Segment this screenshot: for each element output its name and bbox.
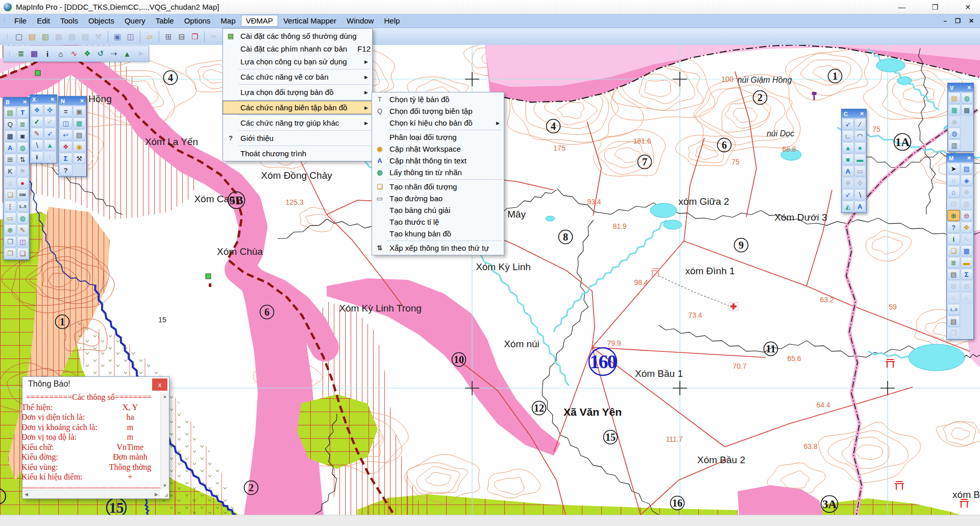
menubar-item-window[interactable]: Window bbox=[341, 15, 379, 27]
palette-title-bar[interactable]: X✕ bbox=[30, 95, 57, 104]
menu-item[interactable]: Lựa chọn đối tượng bản đồ▶ bbox=[223, 86, 372, 99]
minimize-icon[interactable]: — bbox=[898, 3, 905, 11]
select-marquee-icon[interactable]: ▧ bbox=[961, 163, 973, 174]
scroll-up-icon[interactable]: ▲ bbox=[163, 394, 167, 399]
pan-hand-icon[interactable]: ✥ bbox=[961, 222, 973, 233]
export-pdf-icon[interactable]: ❒ bbox=[189, 31, 201, 43]
globe-link-icon[interactable]: ◍ bbox=[948, 128, 961, 139]
chart-stats-icon[interactable]: ▦ bbox=[73, 117, 86, 129]
add-node-gray-icon[interactable]: ✜ bbox=[854, 177, 866, 188]
select-boundary-icon[interactable]: ◈ bbox=[961, 175, 973, 186]
draw-line-icon[interactable]: ∕ bbox=[854, 118, 866, 130]
palette-title-bar[interactable]: N✕ bbox=[59, 97, 86, 105]
menubar-item-query[interactable]: Query bbox=[119, 15, 151, 27]
menu-item[interactable]: ◉Cập nhật Workspace bbox=[372, 143, 504, 155]
save-disk-icon[interactable]: ◫ bbox=[17, 236, 29, 247]
menu-item[interactable]: ⇅Xắp xếp thông tin theo thứ tự bbox=[372, 242, 504, 254]
line-pick-icon[interactable]: ∖ bbox=[31, 139, 43, 151]
text-tool-icon[interactable]: T bbox=[17, 107, 29, 118]
menubar-item-vertical-mapper[interactable]: Vertical Mapper bbox=[278, 15, 341, 27]
clipboard-capture-icon[interactable]: ❐ bbox=[4, 236, 16, 247]
menu-item[interactable]: ?Giới thiệu bbox=[223, 132, 372, 145]
statistics-sigma-icon[interactable]: Σ bbox=[961, 269, 973, 280]
scale-tool-icon[interactable]: 1‥5 bbox=[17, 201, 29, 212]
menu-item[interactable]: ◍Lấy thông tin từ nhãn bbox=[372, 166, 504, 178]
snapshot-camera-icon[interactable]: ▣ bbox=[73, 106, 86, 117]
select-ungroup-icon[interactable]: ⊡ bbox=[947, 198, 960, 209]
vm-layers-icon[interactable]: ≣ bbox=[15, 47, 27, 60]
tile-windows-icon[interactable]: ◫ bbox=[59, 117, 72, 129]
key-tool-icon[interactable]: K bbox=[4, 165, 16, 177]
menubar-item-tools[interactable]: Tools bbox=[55, 15, 83, 27]
menu-item[interactable]: Lựa chọn công cụ bạn sử dụng▶ bbox=[223, 55, 372, 68]
draw-text-icon[interactable]: A bbox=[842, 165, 854, 177]
draw-frame-icon[interactable]: ▭ bbox=[854, 165, 866, 177]
draw-rectangle-icon[interactable]: ■ bbox=[842, 154, 854, 165]
select-arrow-icon[interactable]: ➤ bbox=[947, 163, 960, 174]
vm-grid-manager-icon[interactable]: ▦ bbox=[28, 47, 40, 60]
confirm-bold-icon[interactable]: ✓ bbox=[31, 116, 43, 127]
draw-polyline-icon[interactable]: ∟ bbox=[842, 130, 854, 141]
close-icon[interactable]: ✕ bbox=[967, 155, 971, 161]
layout-list-icon[interactable]: ▤ bbox=[947, 316, 960, 327]
open-map-folder-icon[interactable]: ▤ bbox=[948, 92, 961, 104]
pick-tools-icon[interactable]: ⚒ bbox=[73, 153, 86, 164]
menubar-item-options[interactable]: Options bbox=[179, 15, 216, 27]
menu-item[interactable]: ▭Tạo đường bao bbox=[372, 193, 504, 204]
menu-item[interactable]: Các chức năng biên tập bản đồ▶ bbox=[223, 101, 372, 114]
vm-line-inspect-icon[interactable]: i bbox=[41, 47, 54, 60]
menu-item[interactable]: Tạo thước tỉ lệ bbox=[372, 216, 504, 228]
grid-stats-icon[interactable]: ▩ bbox=[961, 104, 973, 115]
palette-title-bar[interactable]: B✕ bbox=[4, 98, 29, 106]
palette-title-bar[interactable]: M✕ bbox=[947, 154, 973, 162]
vm-3d-view-icon[interactable]: ▲ bbox=[121, 47, 133, 60]
close-icon[interactable]: ✕ bbox=[80, 98, 84, 104]
record-tool-icon[interactable]: ● bbox=[17, 177, 29, 188]
menu-item[interactable]: Các chức năng trợ giúp khác▶ bbox=[223, 116, 372, 129]
menubar-item-map[interactable]: Map bbox=[215, 15, 240, 27]
new-table-icon[interactable]: ▢ bbox=[13, 31, 25, 43]
menu-item[interactable]: Cài đặt các phím nhanh cơ bảnF12 bbox=[223, 42, 372, 55]
grid-globe-icon[interactable]: ⊕ bbox=[4, 224, 16, 235]
symbol-pin-icon[interactable]: ➶ bbox=[842, 118, 854, 130]
save-table-icon[interactable]: ▣ bbox=[111, 31, 124, 43]
menu-item[interactable]: ACập nhật thông tin text bbox=[372, 155, 504, 166]
clip-region-gray-icon[interactable]: ⊞ bbox=[961, 280, 973, 292]
sort-az-icon[interactable]: ⇅ bbox=[17, 154, 29, 165]
menubar-item-table[interactable]: Table bbox=[151, 15, 179, 27]
symbol-line-icon[interactable]: ∖ bbox=[854, 189, 866, 200]
menu-item[interactable]: Thoát chương trình bbox=[223, 147, 372, 160]
draw-ellipse-icon[interactable]: ● bbox=[854, 142, 866, 153]
vm-region-inspect-icon[interactable]: ⌂ bbox=[55, 47, 67, 60]
close-icon[interactable]: ✕ bbox=[23, 99, 27, 105]
sum-sigma-icon[interactable]: Σ bbox=[59, 153, 72, 164]
doc-search-icon[interactable]: ▥ bbox=[948, 139, 961, 151]
dialog-vertical-scrollbar[interactable]: ▲ ▼ bbox=[160, 392, 169, 490]
vm-cross-section-icon[interactable]: ∿ bbox=[68, 47, 80, 60]
symbol-night-icon[interactable]: ◙ bbox=[17, 130, 29, 141]
edit-pencil-icon[interactable]: ✎ bbox=[17, 224, 29, 235]
open-workspace-icon[interactable]: ▥ bbox=[39, 31, 52, 43]
scroll-down-icon[interactable]: ▼ bbox=[163, 483, 167, 488]
menu-item[interactable]: QChọn đối tượng biên tập bbox=[372, 105, 504, 117]
structure-chart-icon[interactable]: ⊞ bbox=[4, 154, 16, 165]
home-tool-icon[interactable]: ⌂ bbox=[4, 177, 16, 188]
map-pins-icon[interactable]: ❖ bbox=[59, 141, 72, 152]
restore-icon[interactable]: ❐ bbox=[932, 3, 939, 11]
menu-item[interactable]: Tạo bảng chú giải bbox=[372, 204, 504, 216]
menu-item[interactable]: Các chức năng vẽ cơ bản▶ bbox=[223, 70, 372, 83]
drag-map-window-icon[interactable]: ▦ bbox=[961, 245, 973, 256]
raster-style-icon[interactable]: ▩ bbox=[4, 130, 16, 141]
palette-title-bar[interactable]: V✕ bbox=[948, 83, 973, 92]
paste-tool-icon[interactable]: ❏ bbox=[17, 248, 29, 259]
scalebar-icon[interactable]: 1‥5 bbox=[947, 304, 960, 315]
region-flag-icon[interactable]: ◭ bbox=[842, 201, 854, 212]
draw-arc-icon[interactable]: ◠ bbox=[854, 130, 866, 141]
print-icon[interactable]: ⊟ bbox=[176, 31, 188, 43]
region-pick-icon[interactable]: ▲ bbox=[44, 139, 57, 151]
district-gray-icon[interactable]: ⌂ bbox=[947, 292, 960, 303]
legend-icon[interactable]: ▤ bbox=[947, 269, 960, 280]
polyline-info-icon[interactable]: ∿ bbox=[961, 233, 973, 245]
menu-item[interactable]: Tạo khung bản đồ bbox=[372, 228, 504, 240]
redo-query-icon[interactable]: ↩ bbox=[59, 129, 72, 140]
